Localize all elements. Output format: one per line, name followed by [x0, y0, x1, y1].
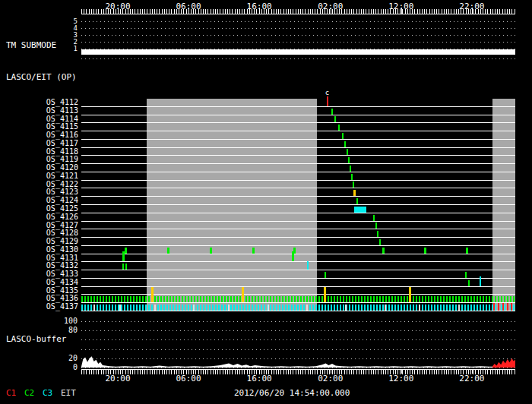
axis-major-tick	[118, 369, 119, 374]
timestamp: 2012/06/20 14:54:00.000	[234, 388, 350, 398]
os-event-tag: c	[325, 89, 329, 96]
axis-major-tick	[401, 8, 402, 14]
axis-major-tick	[472, 8, 473, 14]
legend: C1C2C3EIT	[0, 0, 532, 404]
legend-item-c2: C2	[24, 388, 34, 398]
legend-item-eit: EIT	[61, 388, 76, 398]
axis-major-tick	[472, 369, 473, 374]
axis-major-tick	[188, 8, 189, 14]
telemetry-timeline-window: 20:0006:0016:0002:0012:0022:00 TM SUBMOD…	[0, 0, 532, 404]
axis-major-tick	[188, 369, 189, 374]
axis-major-tick	[331, 369, 331, 374]
axis-major-tick	[259, 369, 260, 374]
axis-major-tick	[331, 8, 331, 14]
axis-major-tick	[118, 8, 119, 14]
legend-item-c3: C3	[43, 388, 52, 398]
legend-item-c1: C1	[6, 388, 16, 398]
axis-major-tick	[401, 369, 402, 374]
axis-major-tick	[259, 8, 260, 14]
